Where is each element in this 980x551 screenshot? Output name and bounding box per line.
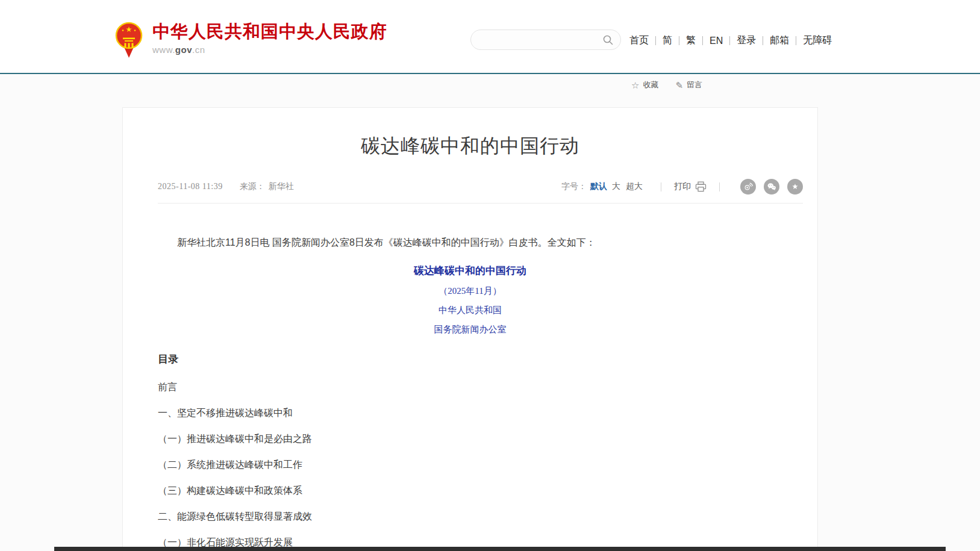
toc-item: （二）系统推进碳达峰碳中和工作 <box>158 460 782 470</box>
nav-separator <box>763 36 763 45</box>
national-emblem-icon <box>114 22 143 60</box>
nav-login[interactable]: 登录 <box>737 34 756 47</box>
print-label: 打印 <box>674 181 691 192</box>
nav-traditional-chinese[interactable]: 繁 <box>686 34 696 47</box>
lead-paragraph: 新华社北京11月8日电 国务院新闻办公室8日发布《碳达峰碳中和的中国行动》白皮书… <box>158 235 782 251</box>
search-box <box>470 30 621 50</box>
qzone-share-icon[interactable] <box>787 179 803 195</box>
weibo-share-icon[interactable] <box>740 179 756 195</box>
print-button[interactable]: 打印 <box>674 181 707 192</box>
nav-separator <box>702 36 703 45</box>
toc-item: 二、能源绿色低碳转型取得显著成效 <box>158 512 782 521</box>
nav-separator <box>655 36 656 45</box>
font-size-xlarge-button[interactable]: 超大 <box>626 181 643 192</box>
article-title: 碳达峰碳中和的中国行动 <box>123 133 817 160</box>
toc-item: （一）推进碳达峰碳中和是必由之路 <box>158 434 782 444</box>
toc-heading: 目录 <box>158 352 782 366</box>
brand-text: 中华人民共和国中央人民政府 www.gov.cn <box>152 22 387 55</box>
article-meta-right: 字号： 默认 大 超大 打印 <box>561 179 803 195</box>
site-url-gov: gov <box>175 45 192 55</box>
document-date: （2025年11月） <box>158 285 782 297</box>
printer-icon <box>695 181 707 192</box>
document-issuer-line2: 国务院新闻办公室 <box>158 324 782 335</box>
source-value[interactable]: 新华社 <box>269 181 294 192</box>
nav-mail[interactable]: 邮箱 <box>770 34 789 47</box>
nav-accessibility[interactable]: 无障碍 <box>803 34 832 47</box>
page-background: ☆ 收藏 ✎ 留言 碳达峰碳中和的中国行动 2025-11-08 11:39 来… <box>0 74 980 551</box>
article-meta-left: 2025-11-08 11:39 来源： 新华社 <box>158 181 294 192</box>
article-meta-row: 2025-11-08 11:39 来源： 新华社 字号： 默认 大 超大 打印 <box>158 179 803 204</box>
source-label: 来源： <box>240 181 265 192</box>
favorite-label: 收藏 <box>643 79 658 90</box>
site-header: 中华人民共和国中央人民政府 www.gov.cn 首页 简 繁 EN 登录 邮箱… <box>0 0 980 73</box>
top-nav: 首页 简 繁 EN 登录 邮箱 无障碍 <box>629 34 832 47</box>
pencil-icon: ✎ <box>675 81 683 90</box>
site-url-prefix: www. <box>152 45 175 55</box>
page-actions: ☆ 收藏 ✎ 留言 <box>631 79 702 90</box>
bottom-bar <box>54 547 946 551</box>
font-size-label: 字号： <box>561 181 587 192</box>
nav-separator <box>796 36 796 45</box>
comment-button[interactable]: ✎ 留言 <box>675 79 702 90</box>
article-card: 碳达峰碳中和的中国行动 2025-11-08 11:39 来源： 新华社 字号：… <box>122 107 818 551</box>
comment-label: 留言 <box>687 79 702 90</box>
star-icon: ☆ <box>631 81 639 90</box>
wechat-share-icon[interactable] <box>764 179 779 195</box>
nav-separator <box>729 36 730 45</box>
nav-home[interactable]: 首页 <box>629 34 649 47</box>
site-title: 中华人民共和国中央人民政府 <box>152 22 387 42</box>
document-title: 碳达峰碳中和的中国行动 <box>158 264 782 278</box>
site-brand[interactable]: 中华人民共和国中央人民政府 www.gov.cn <box>114 22 387 60</box>
article-body: 新华社北京11月8日电 国务院新闻办公室8日发布《碳达峰碳中和的中国行动》白皮书… <box>123 235 817 547</box>
toc-item: （一）非化石能源实现跃升发展 <box>158 538 782 547</box>
search-icon[interactable] <box>602 34 614 46</box>
meta-separator <box>661 182 661 191</box>
site-url: www.gov.cn <box>152 45 387 55</box>
toc-item: 前言 <box>158 382 782 392</box>
toc-item: （三）构建碳达峰碳中和政策体系 <box>158 486 782 496</box>
nav-english[interactable]: EN <box>710 36 723 46</box>
favorite-button[interactable]: ☆ 收藏 <box>631 79 658 90</box>
document-issuer-line1: 中华人民共和国 <box>158 305 782 316</box>
publish-date: 2025-11-08 11:39 <box>158 182 223 191</box>
font-size-default-button[interactable]: 默认 <box>590 181 607 192</box>
nav-simplified-chinese[interactable]: 简 <box>663 34 672 47</box>
nav-separator <box>679 36 679 45</box>
meta-separator <box>719 182 720 191</box>
search-input[interactable] <box>471 30 602 49</box>
site-url-suffix: .cn <box>192 45 205 55</box>
toc-item: 一、坚定不移推进碳达峰碳中和 <box>158 408 782 418</box>
font-size-large-button[interactable]: 大 <box>612 181 620 192</box>
